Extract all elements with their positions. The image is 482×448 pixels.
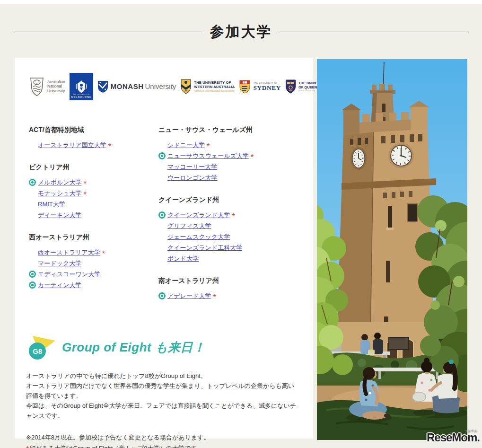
university-link[interactable]: ジェームスクック大学 [167,233,230,241]
logo-melbourne: THE UNIVERSITY OF MELBOURNE [70,73,93,100]
uwa-text-line: THE UNIVERSITY OF [194,80,235,85]
university-link[interactable]: ウーロンゴン大学 [167,174,218,182]
g8-asterisk: * [108,144,112,149]
region-heading: ビクトリア州 [29,163,158,172]
university-link[interactable]: 西オーストラリア大学 [38,248,100,257]
note-row: ※2014年8月現在。参加校は予告なく変更となる場合があります。 [26,432,299,443]
region-section: ACT/首都特別地域オーストラリア国立大学* [29,126,158,150]
university-link[interactable]: メルボルン大学 [38,178,82,187]
g8-asterisk: * [207,144,210,149]
g8-header-row: G8 Group of Eight も来日！ [29,335,299,360]
university-row: ニューサウスウェールズ大学* [158,150,299,161]
section-title-row: 参加大学 [0,25,482,39]
university-link[interactable]: マッコーリー大学 [167,163,217,171]
logo-sydney: THE UNIVERSITY OF SYDNEY [239,80,281,94]
university-row: シドニー大学* [158,140,299,150]
tokyo-only-icon [29,179,36,186]
tokyo-only-icon [29,281,36,289]
region-section: 南オーストラリア州アデレード大学* [158,277,299,301]
university-link[interactable]: クイーンズランド工科大学 [167,244,242,252]
region-section: クイーンズランド州クイーンズランド大学*グリフィス大学ジェームスクック大学クイー… [158,196,299,264]
logo-uwa: THE UNIVERSITY OF WESTERN AUSTRALIA Achi… [180,79,235,94]
university-row: エディスコーワン大学 [29,269,158,280]
region-section: 西オーストラリア州西オーストラリア大学*マードック大学エディスコーワン大学カーテ… [29,233,158,290]
university-row: ジェームスクック大学 [158,231,299,242]
tokyo-only-icon [29,271,36,278]
university-row: オーストラリア国立大学* [29,140,158,150]
icon-spacer [158,255,166,262]
university-link[interactable]: カーティン大学 [38,281,81,290]
anu-text-line: University [47,89,65,93]
list-column-left: ACT/首都特別地域オーストラリア国立大学*ビクトリア州メルボルン大学*モナッシ… [29,126,158,314]
region-section: ビクトリア州メルボルン大学*モナッシュ大学*RMIT大学ディーキン大学 [29,163,158,220]
g8-circle-icon: G8 [29,343,46,360]
content-row: Australian National University THE UNIVE… [0,58,482,440]
university-link[interactable]: オーストラリア国立大学 [38,141,106,149]
region-heading: クイーンズランド州 [158,196,299,204]
university-link[interactable]: モナッシュ大学 [38,189,82,198]
region-heading: ニュー・サウス・ウェールズ州 [158,126,299,134]
note-symbol: ※ [26,434,31,441]
campus-photo [317,59,467,440]
university-row: クイーンズランド工科大学 [158,242,299,253]
tokyo-only-icon [158,292,166,299]
icon-spacer [158,141,166,149]
monash-text-rest: University [145,82,176,90]
icon-spacer [158,233,166,240]
melbourne-crest-icon: THE UNIVERSITY OF MELBOURNE [70,73,93,100]
region-heading: ACT/首都特別地域 [29,126,158,134]
logo-anu: Australian National University [29,76,65,97]
university-link[interactable]: エディスコーワン大学 [38,270,100,279]
footnotes: ※2014年8月現在。参加校は予告なく変更となる場合があります。*印がある大学は… [26,432,299,448]
region-section: ニュー・サウス・ウェールズ州シドニー大学*ニューサウスウェールズ大学*マッコーリ… [158,126,299,183]
university-link[interactable]: シドニー大学 [167,141,205,149]
university-link[interactable]: RMIT大学 [38,200,65,209]
g8-paragraph: 今回は、そのGroup of Eight全大学が来日。フェアでは直接話を聞くこと… [26,401,299,421]
list-column-right: ニュー・サウス・ウェールズ州シドニー大学*ニューサウスウェールズ大学*マッコーリ… [158,126,299,314]
anu-crest-icon [29,76,45,97]
university-row: アデレード大学* [158,290,299,301]
g8-description: オーストラリアの中でも特に優れたトップ8校がGroup of Eight。オース… [26,371,299,421]
title-rule-left [14,32,203,32]
university-link[interactable]: クイーンズランド大学 [167,211,230,220]
university-row: グリフィス大学 [158,220,299,231]
note-row: *印がある大学はGroup of Eight（豪トップ8大学）の大学です。 [26,443,299,448]
uwa-crest-icon [180,79,192,94]
uwa-text-line: WESTERN AUSTRALIA [194,85,235,89]
title-rule-right [279,32,468,32]
university-row: モナッシュ大学* [29,188,158,199]
university-link[interactable]: ボンド大学 [167,255,199,263]
monash-shield-icon [97,80,108,93]
icon-spacer [29,249,36,256]
monash-text-bold: MONASH [111,82,144,90]
icon-spacer [158,174,166,181]
icon-spacer [158,244,166,251]
watermark-ruby: リセマム [464,429,478,433]
g8-paragraph: オーストラリア国内だけでなく世界各国の優秀な学生が集まり、トップレベルの企業から… [26,381,299,401]
icon-spacer [29,141,36,149]
university-lists: ACT/首都特別地域オーストラリア国立大学*ビクトリア州メルボルン大学*モナッシ… [29,126,299,314]
university-link[interactable]: マードック大学 [38,259,81,268]
icon-spacer [29,260,36,267]
top-white-strip [0,0,482,4]
icon-spacer [158,163,166,170]
university-row: ディーキン大学 [29,210,158,220]
university-link[interactable]: ニューサウスウェールズ大学 [167,152,249,160]
resemom-watermark: リセマム ReseMom. [427,431,480,444]
university-link[interactable]: グリフィス大学 [167,222,211,230]
university-row: マードック大学 [29,258,158,269]
university-link[interactable]: ディーキン大学 [38,211,81,220]
campus-photo-graphic [317,59,467,440]
university-row: ウーロンゴン大学 [158,172,299,183]
g8-asterisk: * [251,155,254,160]
university-link[interactable]: アデレード大学 [167,292,211,300]
region-heading: 南オーストラリア州 [158,277,299,285]
icon-spacer [158,222,166,229]
university-row: メルボルン大学* [29,177,158,188]
university-row: クイーンズランド大学* [158,210,299,220]
icon-spacer [29,190,36,197]
region-heading: 西オーストラリア州 [29,233,158,242]
university-row: 西オーストラリア大学* [29,247,158,258]
g8-asterisk: * [213,295,216,300]
g8-heading: Group of Eight も来日！ [62,339,205,356]
